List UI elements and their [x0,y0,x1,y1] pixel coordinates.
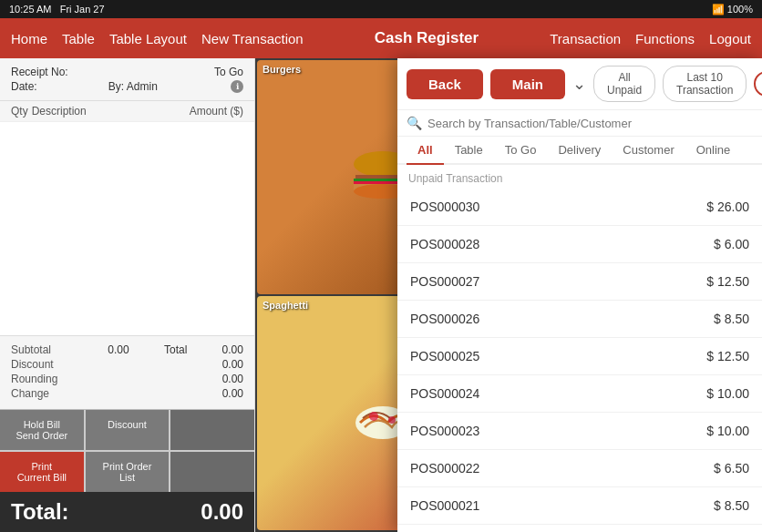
transaction-id: POS000021 [410,498,479,513]
receipt-no-label: Receipt No: [11,66,68,78]
transaction-id: POS000022 [410,461,479,476]
by-admin: By: Admin [108,80,158,93]
cat-tab-table[interactable]: Table [444,137,494,165]
transaction-amount: $ 6.50 [714,461,749,476]
transaction-amount: $ 26.00 [706,200,749,214]
all-unpaid-tab[interactable]: All Unpaid [593,66,655,102]
print-order-list-button[interactable]: Print OrderList [86,452,170,492]
category-tabs: All Table To Go Delivery Customer Online [397,137,762,165]
cat-tab-togo[interactable]: To Go [494,137,548,165]
transaction-item[interactable]: POS000028 $ 6.00 [397,226,762,263]
transaction-list[interactable]: POS000030 $ 26.00 POS000028 $ 6.00 POS00… [397,189,762,532]
receipt-togo: To Go [214,66,243,78]
discount-button[interactable]: Discount [86,410,170,450]
nav-functions[interactable]: Functions [635,31,695,46]
discount-label: Discount [11,358,54,371]
receipt-date-label: Date: [11,80,37,93]
svg-point-13 [388,416,396,424]
nav-new-transaction[interactable]: New Transaction [201,31,304,46]
chevron-down-icon[interactable]: ⌄ [572,74,586,94]
desc-col: Description [32,105,87,118]
print-current-bill-button[interactable]: PrintCurrent Bill [0,452,84,492]
receipt-header: Receipt No: To Go Date: By: Admin ℹ [0,58,254,101]
rounding-label: Rounding [11,373,57,385]
cat-tab-delivery[interactable]: Delivery [547,137,612,165]
transaction-item[interactable]: POS000021 $ 8.50 [397,487,762,525]
transaction-item[interactable]: POS000026 $ 8.50 [397,301,762,338]
transaction-item[interactable]: POS000030 $ 26.00 [397,189,762,226]
cat-tab-customer[interactable]: Customer [612,137,685,165]
search-input[interactable] [427,117,753,130]
dropdown-overlay: Back Main ⌄ All Unpaid Last 10 Transacti… [397,58,762,532]
last-10-tab[interactable]: Last 10 Transaction [663,66,747,102]
transaction-id: POS000024 [410,386,479,401]
nav-left: Home Table Table Layout New Transaction [11,31,304,46]
receipt-items [0,122,254,335]
transaction-id: POS000028 [410,237,479,251]
subtotal-label: Subtotal [11,343,51,356]
transaction-id: POS000025 [410,349,479,363]
info-icon[interactable]: ℹ [231,80,243,93]
total-display-value: 0.00 [201,499,243,525]
discount-value: 0.00 [222,358,243,371]
transaction-item[interactable]: POS000023 $ 10.00 [397,413,762,450]
change-value: 0.00 [222,387,243,400]
transaction-amount: $ 12.50 [706,274,749,289]
transaction-amount: $ 12.50 [706,349,749,363]
status-time: 10:25 AM Fri Jan 27 [9,4,105,15]
receipt-footer: Subtotal 0.00 Total 0.00 Discount 0.00 R… [0,335,254,409]
cat-tab-all[interactable]: All [407,137,444,165]
transaction-section-header: Unpaid Transaction [397,165,762,189]
qty-col: Qty [11,105,28,118]
hold-bill-button[interactable]: Hold BillSend Order [0,410,84,450]
transaction-id: POS000026 [410,312,479,326]
status-right: 📶 100% [712,4,753,15]
bottom-buttons: Hold BillSend Order Discount PrintCurren… [0,409,254,492]
transaction-amount: $ 6.00 [714,237,749,251]
empty-btn-1 [170,410,254,450]
nav-table[interactable]: Table [62,31,95,46]
main-button[interactable]: Main [490,69,565,99]
change-label: Change [11,387,49,400]
total-label: Total [164,343,187,356]
menu-burgers-label: Burgers [263,64,301,75]
transaction-amount: $ 10.00 [706,424,749,438]
transaction-item[interactable]: POS000022 $ 6.50 [397,450,762,487]
more-tab[interactable]: More [754,71,762,97]
dropdown-topbar: Back Main ⌄ All Unpaid Last 10 Transacti… [397,58,762,110]
main-content: Receipt No: To Go Date: By: Admin ℹ Qty … [0,58,762,532]
transaction-id: POS000027 [410,274,479,289]
cat-tab-online[interactable]: Online [685,137,742,165]
search-icon: 🔍 [407,116,422,130]
nav-transaction[interactable]: Transaction [550,31,621,46]
transaction-item[interactable]: POS000020 $ 6.00 [397,525,762,532]
receipt-columns: Qty Description Amount ($) [0,101,254,122]
total-bar: Total: 0.00 [0,492,254,532]
wifi-icon: 📶 [712,4,725,15]
transaction-id: POS000023 [410,424,479,438]
transaction-amount: $ 8.50 [714,498,749,513]
transaction-item[interactable]: POS000025 $ 12.50 [397,338,762,375]
left-panel: Receipt No: To Go Date: By: Admin ℹ Qty … [0,58,255,532]
total-display-label: Total: [11,499,69,525]
nav-home[interactable]: Home [11,31,47,46]
transaction-id: POS000030 [410,200,479,214]
nav-logout[interactable]: Logout [709,31,751,46]
transaction-amount: $ 8.50 [714,312,749,326]
total-value: 0.00 [222,343,243,356]
transaction-item[interactable]: POS000024 $ 10.00 [397,375,762,413]
back-button[interactable]: Back [407,69,483,99]
nav-right: Transaction Functions Logout [550,31,751,46]
nav-bar: Home Table Table Layout New Transaction … [0,18,762,58]
svg-point-12 [369,412,378,421]
rounding-value: 0.00 [222,373,243,385]
nav-table-layout[interactable]: Table Layout [109,31,187,46]
menu-spaghetti-label: Spaghetti [263,300,308,311]
transaction-item[interactable]: POS000027 $ 12.50 [397,263,762,301]
nav-title: Cash Register [375,29,479,47]
empty-btn-2 [170,452,254,492]
amount-col: Amount ($) [190,105,243,118]
transaction-amount: $ 10.00 [706,386,749,401]
search-bar: 🔍 [397,110,762,137]
subtotal-mid: 0.00 [108,343,129,356]
